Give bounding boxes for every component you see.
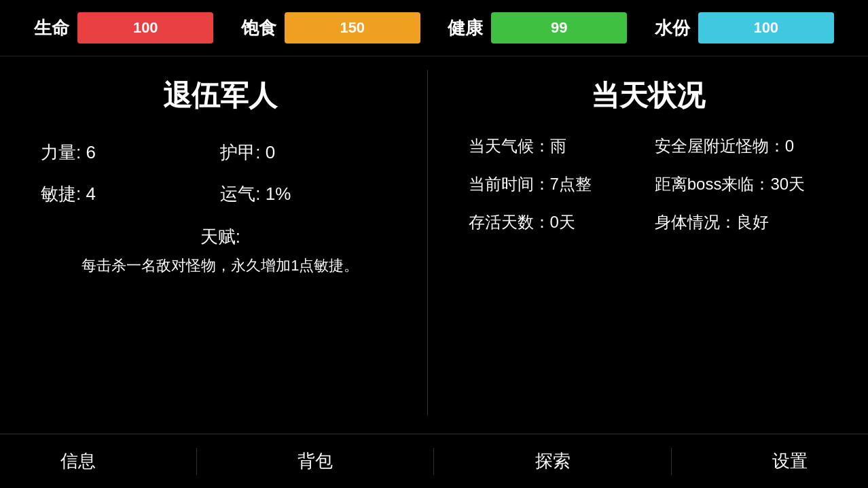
main-content: 退伍军人 力量: 6 护甲: 0 敏捷: 4 运气: 1% 天赋: 每击杀一名敌… (0, 56, 868, 429)
situation-title: 当天状况 (591, 77, 705, 115)
wellbeing-bar: 99 (491, 12, 627, 43)
talent-section: 天赋: 每击杀一名敌对怪物，永久增加1点敏捷。 (27, 225, 414, 277)
body-item: 身体情况：良好 (655, 211, 827, 233)
water-label: 水份 (655, 16, 690, 40)
strength-stat: 力量: 6 (41, 135, 220, 170)
nav-settings[interactable]: 设置 (752, 442, 828, 480)
talent-label: 天赋: (41, 225, 400, 249)
water-value: 100 (753, 19, 778, 37)
food-bar: 150 (285, 12, 420, 43)
water-bar: 100 (698, 12, 834, 43)
situation-grid: 当天气候：雨 安全屋附近怪物：0 当前时间：7点整 距离boss来临：30天 存… (455, 135, 842, 233)
health-bar: 100 (77, 12, 213, 43)
agility-stat: 敏捷: 4 (41, 177, 220, 211)
nav-divider-1 (196, 448, 197, 475)
nav-explore[interactable]: 探索 (515, 442, 591, 480)
luck-stat: 运气: 1% (220, 177, 399, 211)
nav-divider-2 (433, 448, 434, 475)
status-bar: 生命 100 饱食 150 健康 99 水份 100 (0, 0, 868, 56)
food-value: 150 (340, 19, 365, 37)
water-status: 水份 100 (655, 12, 834, 43)
talent-description: 每击杀一名敌对怪物，永久增加1点敏捷。 (41, 254, 400, 277)
wellbeing-value: 99 (551, 19, 567, 37)
nav-bag[interactable]: 背包 (277, 442, 353, 480)
bottom-nav: 信息 背包 探索 设置 (0, 434, 868, 488)
food-status: 饱食 150 (241, 12, 420, 43)
days-item: 存活天数：0天 (469, 211, 641, 233)
stats-grid: 力量: 6 护甲: 0 敏捷: 4 运气: 1% (27, 135, 414, 211)
health-value: 100 (133, 19, 158, 37)
nav-info[interactable]: 信息 (40, 442, 116, 480)
time-item: 当前时间：7点整 (469, 173, 641, 195)
right-panel: 当天状况 当天气候：雨 安全屋附近怪物：0 当前时间：7点整 距离boss来临：… (428, 70, 842, 415)
weather-item: 当天气候：雨 (469, 135, 641, 157)
armor-stat: 护甲: 0 (220, 135, 399, 170)
left-panel: 退伍军人 力量: 6 护甲: 0 敏捷: 4 运气: 1% 天赋: 每击杀一名敌… (27, 70, 428, 415)
health-status: 生命 100 (34, 12, 213, 43)
character-title: 退伍军人 (163, 77, 277, 115)
health-label: 生命 (34, 16, 69, 40)
wellbeing-status: 健康 99 (448, 12, 627, 43)
monsters-item: 安全屋附近怪物：0 (655, 135, 827, 157)
nav-divider-3 (671, 448, 672, 475)
boss-item: 距离boss来临：30天 (655, 173, 827, 195)
wellbeing-label: 健康 (448, 16, 483, 40)
food-label: 饱食 (241, 16, 276, 40)
